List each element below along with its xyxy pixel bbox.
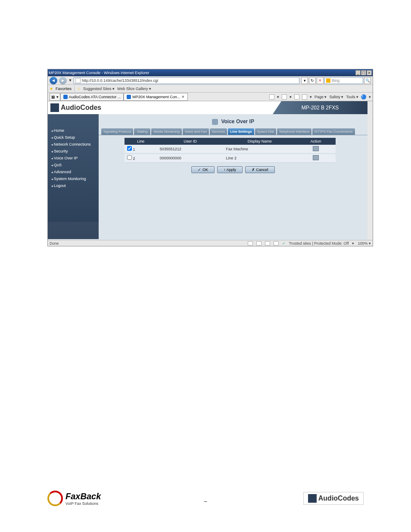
ie-icon — [63, 95, 68, 99]
browser-tab-1[interactable]: AudioCodes ATA Connector ... — [60, 93, 124, 101]
tab-signaling[interactable]: Signaling Protocol — [101, 128, 133, 135]
tab-bar: ▦ ▾ AudioCodes ATA Connector ... MP20X M… — [48, 93, 373, 101]
address-bar: ◄ ► ▼ http://10.0.0.149/cache/133438512/… — [48, 76, 373, 85]
refresh-icon[interactable]: ↻ — [309, 77, 316, 84]
close-tab-icon[interactable]: ✕ — [181, 95, 185, 99]
sidebar-item-monitoring[interactable]: System Monitoring — [48, 175, 99, 182]
url-field[interactable]: http://10.0.0.149/cache/133438512/index.… — [74, 77, 299, 84]
suggested-sites-icon: ☆ — [77, 87, 81, 91]
audiocodes-logo: AudioCodes — [48, 103, 101, 112]
close-button[interactable]: × — [367, 70, 372, 75]
dropdown-icon[interactable]: ▼ — [68, 78, 72, 82]
page-title: Voice Over IP — [99, 118, 367, 125]
line-table: Line User ID Display Name Action 1 50355… — [125, 138, 336, 163]
sidebar-item-security[interactable]: Security — [48, 148, 99, 155]
search-icon[interactable]: 🔍 — [364, 77, 371, 84]
faxback-ring-icon — [47, 491, 63, 506]
back-button[interactable]: ◄ — [50, 77, 57, 84]
apply-button[interactable]: ↑ Apply — [217, 166, 243, 173]
line-number: 2 — [133, 156, 135, 161]
quick-tabs-button[interactable]: ▦ ▾ — [50, 93, 60, 101]
logo-text: AudioCodes — [61, 104, 101, 112]
status-text: Done — [50, 241, 59, 246]
status-bar: Done ✓ Trusted sites | Protected Mode: O… — [48, 240, 373, 246]
minimize-button[interactable]: _ — [355, 70, 361, 75]
tab-label: MP20X Management Con... — [132, 95, 180, 99]
titlebar: MP20X Management Console - Windows Inter… — [48, 69, 373, 76]
voip-icon — [212, 119, 218, 125]
url-text: http://10.0.0.149/cache/133438512/index.… — [82, 78, 158, 83]
audiocodes-text: AudioCodes — [318, 495, 359, 502]
sidebar-item-quick-setup[interactable]: Quick Setup — [48, 134, 99, 141]
tab-voice-fax[interactable]: Voice and Fax — [183, 128, 209, 135]
tab-telephone[interactable]: Telephone Interface — [277, 128, 311, 135]
display-name-value: Line 2 — [224, 153, 296, 162]
edit-icon[interactable] — [313, 146, 319, 151]
search-engine-label: Bing — [332, 78, 339, 83]
line-number: 1 — [133, 147, 135, 152]
status-icon — [248, 241, 253, 246]
page-content: AudioCodes MP-202 B 2FXS Home Quick Setu… — [48, 101, 373, 240]
page-title-text: Voice Over IP — [221, 118, 254, 124]
logo-glyph-icon — [308, 494, 317, 503]
home-icon[interactable] — [269, 94, 274, 100]
sidebar-item-advanced[interactable]: Advanced — [48, 168, 99, 175]
user-id-value: 0000000000 — [157, 153, 224, 162]
ok-button[interactable]: ✓ OK — [191, 166, 215, 173]
print-icon[interactable] — [302, 94, 307, 100]
page-menu[interactable]: Page ▾ — [314, 95, 327, 99]
audiocodes-footer-logo: AudioCodes — [303, 492, 364, 505]
app-header: AudioCodes MP-202 B 2FXS — [48, 101, 367, 114]
mail-icon[interactable] — [294, 94, 299, 100]
cancel-button[interactable]: ✗ Cancel — [245, 166, 275, 173]
favorites-star-icon[interactable]: ★ — [50, 87, 53, 91]
maximize-button[interactable]: □ — [361, 70, 366, 75]
user-id-value: 5035551212 — [157, 145, 224, 154]
sidebar: Home Quick Setup Network Connections Sec… — [48, 114, 99, 239]
model-badge: MP-202 B 2FXS — [273, 101, 367, 114]
line-checkbox[interactable] — [127, 155, 132, 160]
tab-speed-dial[interactable]: Speed Dial — [255, 128, 276, 135]
model-text: MP-202 B 2FXS — [302, 105, 339, 111]
sidebar-item-qos[interactable]: QoS — [48, 162, 99, 168]
col-action: Action — [296, 138, 336, 145]
ie-icon — [127, 95, 131, 99]
suggested-sites-link[interactable]: Suggested Sites ▾ — [83, 87, 115, 91]
form-buttons: ✓ OK ↑ Apply ✗ Cancel — [99, 166, 367, 173]
feeds-icon[interactable] — [282, 94, 287, 100]
bing-icon — [326, 78, 330, 83]
tab-line-settings[interactable]: Line Settings — [228, 128, 254, 135]
web-slice-link[interactable]: Web Slice Gallery ▾ — [117, 87, 151, 91]
sidebar-item-logout[interactable]: Logout — [48, 182, 99, 189]
faxback-logo: FaxBack VoIP Fax Solutions — [47, 491, 101, 506]
tab-media[interactable]: Media Streaming — [151, 128, 181, 135]
forward-button[interactable]: ► — [59, 77, 67, 84]
sidebar-item-network[interactable]: Network Connections — [48, 141, 99, 148]
tab-https-fax[interactable]: HTTPS Fax Connections — [312, 128, 355, 135]
tab-label: AudioCodes ATA Connector ... — [69, 95, 121, 99]
window-title: MP20X Management Console - Windows Inter… — [49, 71, 149, 75]
col-userid: User ID — [157, 138, 224, 145]
browser-tab-2[interactable]: MP20X Management Con... ✕ — [124, 93, 188, 101]
zoom-dropdown[interactable]: ▾ — [352, 241, 354, 246]
table-row: 1 5035551212 Fax Machine — [125, 145, 336, 154]
sidebar-item-voip[interactable]: Voice Over IP — [48, 155, 99, 162]
tab-dialing[interactable]: Dialing — [134, 128, 150, 135]
main-panel: Voice Over IP Signaling Protocol Dialing… — [99, 114, 367, 239]
stop-icon[interactable]: ✕ — [317, 77, 324, 84]
help-icon[interactable]: ? — [361, 94, 366, 100]
dropdown-icon[interactable]: ▾ — [301, 77, 308, 84]
tab-services[interactable]: Services — [210, 128, 227, 135]
col-displayname: Display Name — [224, 138, 296, 145]
logo-glyph-icon — [50, 103, 59, 112]
line-checkbox[interactable] — [127, 146, 132, 151]
zoom-label[interactable]: 100% ▾ — [358, 241, 371, 246]
table-row: 2 0000000000 Line 2 — [125, 153, 336, 162]
faxback-tag: VoIP Fax Solutions — [65, 501, 101, 506]
search-input[interactable]: Bing — [324, 77, 363, 84]
edit-icon[interactable] — [313, 155, 319, 160]
page-number-dash: – — [204, 498, 207, 504]
sidebar-item-home[interactable]: Home — [48, 127, 99, 134]
safety-menu[interactable]: Safety ▾ — [329, 95, 343, 99]
tools-menu[interactable]: Tools ▾ — [346, 95, 358, 99]
